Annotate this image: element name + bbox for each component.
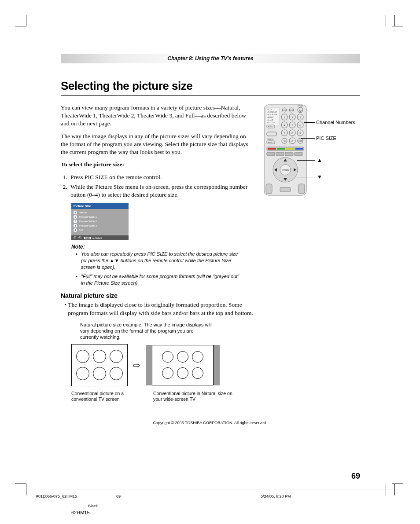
svg-text:EXIT: EXIT	[283, 110, 287, 111]
svg-text:▸3) VCR/PVR: ▸3) VCR/PVR	[267, 114, 277, 116]
svg-text:ENTER: ENTER	[282, 169, 289, 171]
svg-rect-46	[268, 148, 276, 150]
osd-foot-icons: ⓪ - ④ /	[74, 236, 82, 239]
crop-mark	[392, 484, 403, 484]
footer-datetime: 5/24/05, 6:20 PM	[261, 494, 291, 498]
page-content: Chapter 8: Using the TV's features Selec…	[61, 54, 360, 403]
crop-mark	[35, 15, 35, 26]
osd-item-0: 0Natural	[74, 211, 126, 214]
osd-body: 0Natural 1Theater Wide 1 2Theater Wide 2…	[71, 209, 129, 235]
bullet-dot: •	[61, 301, 68, 317]
svg-rect-53	[295, 152, 302, 156]
svg-text:SLEEP: SLEEP	[289, 110, 294, 111]
svg-text:▸6) AUD 2: ▸6) AUD 2	[267, 121, 275, 124]
intro-para-1: You can view many program formats in a v…	[61, 104, 254, 128]
conventional-tv-diagram	[71, 344, 128, 386]
osd-item-3: 3Theater Wide 3	[74, 224, 126, 227]
note-item-1: You also can repeatedly press PIC SIZE t…	[77, 251, 239, 271]
svg-text:ACTION: ACTION	[267, 138, 273, 140]
remote-column: ▸1) TV ▸2) CBL/SAT ▸3) VCR/PVR ▸4) DVD ▸…	[263, 104, 360, 403]
svg-text:3: 3	[299, 116, 301, 119]
footer-rule	[35, 490, 394, 490]
osd-num: 2	[74, 220, 77, 223]
copyright-line: Copyright © 2005 TOSHIBA CORPORATION. Al…	[0, 421, 420, 425]
svg-text:1: 1	[284, 116, 285, 119]
osd-label: Full	[79, 229, 83, 231]
callout-pic-size: PIC SIZE	[316, 136, 336, 141]
callout-channel-numbers: Channel Numbers	[316, 120, 355, 125]
footer-pagenum: 69	[116, 494, 121, 498]
osd-num: 1	[74, 215, 77, 219]
svg-rect-63	[280, 187, 291, 192]
procedure-steps: Press PIC SIZE on the remote control. Wh…	[69, 173, 254, 199]
diagram-row: ⇨	[71, 344, 254, 386]
svg-rect-51	[276, 152, 284, 156]
svg-text:POWER: POWER	[298, 105, 303, 107]
svg-rect-61	[266, 184, 272, 194]
procedure-heading: To select the picture size:	[61, 161, 254, 169]
crop-mark	[26, 484, 26, 495]
svg-text:▸1) TV: ▸1) TV	[267, 108, 272, 110]
svg-text:⏻: ⏻	[299, 109, 302, 112]
svg-text:-/100: -/100	[283, 140, 286, 142]
intro-para-2: The way the image displays in any of the…	[61, 132, 254, 157]
svg-text:0: 0	[291, 139, 293, 143]
osd-footer: ⓪ - ④ / SIZE to Select	[71, 235, 129, 240]
svg-text:▸4) DVD: ▸4) DVD	[267, 116, 273, 118]
title-rule	[61, 95, 360, 96]
crop-mark	[26, 15, 26, 26]
osd-label: Theater Wide 3	[79, 224, 97, 227]
footer-filename: #01E066-075_62HM15	[36, 494, 77, 498]
svg-text:8: 8	[291, 132, 293, 135]
callout-down-arrow: ▼	[317, 174, 322, 180]
svg-text:▸2) CBL/SAT: ▸2) CBL/SAT	[267, 111, 277, 113]
section-heading: Natural picture size	[61, 292, 254, 299]
osd-num: 4	[74, 228, 77, 232]
natural-bullet-text: The image is displayed close to its orig…	[68, 301, 254, 317]
osd-picture-size-menu: Picture Size 0Natural 1Theater Wide 1 2T…	[71, 203, 129, 240]
footer-color: Black	[88, 504, 98, 508]
osd-item-1: 1Theater Wide 1	[74, 215, 126, 219]
svg-text:7: 7	[284, 132, 285, 135]
osd-label: Theater Wide 1	[79, 216, 97, 218]
crop-mark	[15, 26, 26, 26]
step-1: Press PIC SIZE on the remote control.	[69, 173, 254, 181]
page-number: 69	[351, 472, 360, 481]
remote-illustration: ▸1) TV ▸2) CBL/SAT ▸3) VCR/PVR ▸4) DVD ▸…	[263, 104, 307, 196]
osd-foot-text: to Select	[92, 237, 102, 239]
crop-mark	[394, 484, 395, 495]
svg-text:4: 4	[284, 124, 285, 127]
svg-rect-50	[267, 152, 275, 156]
osd-item-2: 2Theater Wide 2	[74, 220, 126, 223]
svg-text:9: 9	[299, 132, 301, 135]
caption-row: Conventional picture on a conventional T…	[71, 389, 254, 403]
callout-line	[301, 138, 315, 139]
note-item-2: "Full" may not be available for some pro…	[77, 273, 239, 286]
step-2: While the Picture Size menu is on-screen…	[69, 183, 254, 199]
osd-num: 0	[74, 211, 77, 214]
svg-text:6: 6	[299, 124, 301, 127]
osd-title: Picture Size	[71, 203, 129, 209]
osd-label: Natural	[79, 211, 87, 214]
svg-rect-52	[285, 152, 293, 156]
svg-text:ENT: ENT	[298, 140, 302, 142]
arrow-right-icon: ⇨	[133, 360, 140, 370]
main-text-column: You can view many program formats in a v…	[61, 104, 254, 403]
svg-text:MENU: MENU	[268, 141, 273, 143]
svg-text:▸5) AUD 1: ▸5) AUD 1	[267, 119, 275, 121]
crop-mark	[386, 15, 386, 26]
osd-label: Theater Wide 2	[79, 220, 97, 223]
svg-text:MODE: MODE	[268, 125, 273, 128]
page-title: Selecting the picture size	[61, 79, 360, 93]
svg-rect-62	[298, 184, 305, 194]
crop-mark	[394, 15, 395, 26]
caption-conventional: Conventional picture on a conventional T…	[71, 391, 128, 403]
crop-mark	[15, 484, 26, 484]
crop-mark	[392, 26, 403, 26]
caption-widescreen: Conventional picture in Natural size on …	[153, 391, 241, 403]
svg-rect-48	[286, 148, 295, 150]
natural-bullet: • The image is displayed close to its or…	[61, 301, 254, 317]
note-list: You also can repeatedly press PIC SIZE t…	[77, 251, 239, 286]
footer-model: 62HM15	[71, 510, 90, 515]
callout-line	[297, 177, 315, 177]
